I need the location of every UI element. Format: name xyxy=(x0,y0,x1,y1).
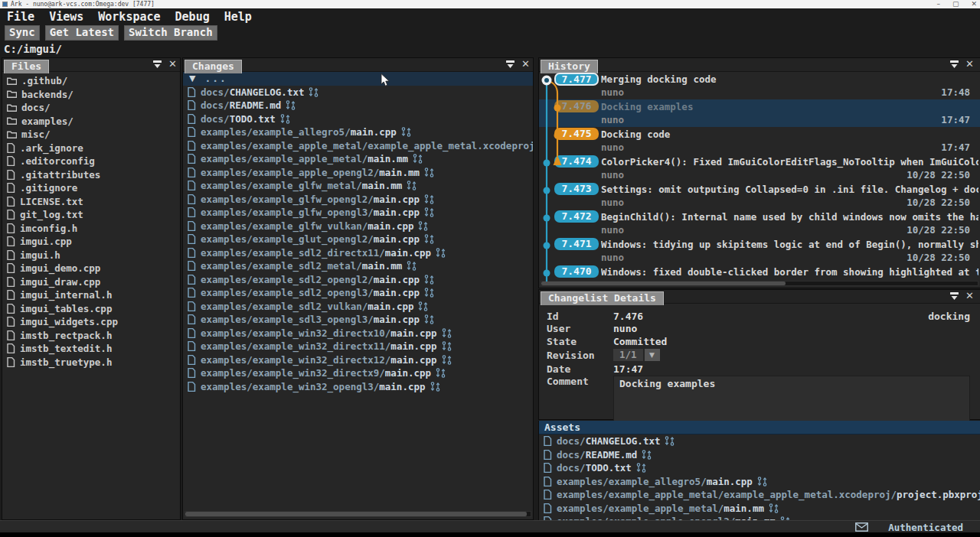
history-row[interactable]: 7.473 Settings: omit outputing Collapsed… xyxy=(539,182,980,210)
changed-file-row[interactable]: examples/example_glut_opengl2/main.cpp xyxy=(183,233,533,246)
menu-item[interactable]: Workspace xyxy=(98,10,160,24)
toolbar-button[interactable]: Switch Branch xyxy=(124,25,217,41)
files-panel: Files ✕ .github/ backends/ xyxy=(2,57,181,520)
file-list-item[interactable]: .gitattributes xyxy=(2,168,180,182)
close-icon[interactable]: ✕ xyxy=(965,59,974,70)
file-dir: examples/example_win32_directx9/ xyxy=(201,367,385,379)
file-list-item[interactable]: git_log.txt xyxy=(2,208,180,222)
file-list-item[interactable]: .editorconfig xyxy=(2,155,180,168)
filter-icon[interactable] xyxy=(949,291,959,301)
asset-file-row[interactable]: examples/example_apple_opengl2/main.mm xyxy=(539,515,980,520)
changed-file-row[interactable]: examples/example_apple_metal/main.mm xyxy=(183,152,533,166)
changelist-badge: 7.470 xyxy=(554,265,599,278)
file-list-item[interactable]: imgui_draw.cpp xyxy=(2,275,180,289)
file-list-item[interactable]: LICENSE.txt xyxy=(2,195,180,209)
file-list-item[interactable]: imconfig.h xyxy=(2,222,180,236)
file-icon xyxy=(7,330,15,340)
changed-file-row[interactable]: examples/example_sdl2_opengl2/main.cpp xyxy=(183,273,533,287)
history-row[interactable]: 7.472 BeginChild(): Internal name used b… xyxy=(539,210,980,237)
changed-file-row[interactable]: examples/example_win32_directx9/main.cpp xyxy=(183,366,533,380)
toolbar-button[interactable]: Get Latest xyxy=(45,25,119,41)
details-tabbar: Changelist Details ✕ xyxy=(539,290,980,304)
commit-title: Windows: tidying up skipitems logic at e… xyxy=(601,237,978,252)
history-row[interactable]: 7.477 Merging docking code nuno 17:48 xyxy=(539,72,980,99)
file-list-item[interactable]: .github/ xyxy=(2,74,180,88)
changed-file-row[interactable]: examples/example_glfw_opengl2/main.cpp xyxy=(183,193,533,207)
revision-dropdown[interactable]: ▼ xyxy=(645,349,660,361)
filter-icon[interactable] xyxy=(152,60,162,69)
changed-file-row[interactable]: examples/example_sdl2_metal/main.mm xyxy=(183,259,533,273)
changed-file-row[interactable]: examples/example_allegro5/main.cpp xyxy=(183,125,533,139)
menu-item[interactable]: Debug xyxy=(175,10,210,24)
asset-file-row[interactable]: docs/CHANGELOG.txt xyxy=(539,434,980,448)
comment-field[interactable]: Docking examples xyxy=(613,376,970,421)
close-button[interactable]: ✕ xyxy=(971,0,977,8)
file-name: misc/ xyxy=(21,129,51,140)
changed-file-row[interactable]: docs/TODO.txt xyxy=(183,112,533,126)
menu-item[interactable]: Views xyxy=(49,10,83,24)
minimize-button[interactable]: – xyxy=(936,0,940,8)
horizontal-scrollbar[interactable] xyxy=(541,281,978,286)
scrollbar-thumb[interactable] xyxy=(541,282,786,285)
file-list-item[interactable]: imgui_widgets.cpp xyxy=(2,315,180,329)
file-list-item[interactable]: imgui_tables.cpp xyxy=(2,302,180,316)
changed-file-row[interactable]: examples/example_win32_directx12/main.cp… xyxy=(183,353,533,367)
history-row[interactable]: 7.474 ColorPicker4(): Fixed ImGuiColorEd… xyxy=(539,155,980,182)
tab-changes[interactable]: Changes xyxy=(185,60,242,73)
history-row[interactable]: 7.470 Windows: fixed double-clicked bord… xyxy=(539,265,980,282)
changed-file-row[interactable]: examples/example_apple_metal/example_app… xyxy=(183,139,533,153)
file-list-item[interactable]: imgui_internal.h xyxy=(2,288,180,302)
changed-file-row[interactable]: examples/example_sdl2_directx11/main.cpp xyxy=(183,246,533,260)
close-icon[interactable]: ✕ xyxy=(965,291,974,301)
maximize-button[interactable]: ▢ xyxy=(952,0,959,8)
scrollbar-thumb[interactable] xyxy=(185,512,527,516)
tab-changelist-details[interactable]: Changelist Details xyxy=(541,291,664,305)
changed-file-row[interactable]: examples/example_win32_directx11/main.cp… xyxy=(183,340,533,353)
asset-file-row[interactable]: examples/example_apple_metal/main.mm xyxy=(539,502,980,516)
horizontal-scrollbar[interactable] xyxy=(185,511,531,517)
file-list-item[interactable]: .ark_ignore xyxy=(2,142,180,155)
assets-list: docs/CHANGELOG.txt docs/README.md docs/T… xyxy=(539,434,980,520)
changes-root-row[interactable]: ▼ ... xyxy=(183,72,533,86)
file-list-item[interactable]: imgui.cpp xyxy=(2,235,180,249)
close-icon[interactable]: ✕ xyxy=(521,59,530,70)
chevron-down-icon[interactable]: ▼ xyxy=(189,73,195,83)
changed-file-row[interactable]: docs/CHANGELOG.txt xyxy=(183,86,533,99)
file-list-item[interactable]: backends/ xyxy=(2,88,180,102)
file-list-item[interactable]: imstb_rectpack.h xyxy=(2,329,180,343)
changed-file-row[interactable]: docs/README.md xyxy=(183,99,533,112)
tab-files[interactable]: Files xyxy=(4,60,49,73)
changed-file-row[interactable]: examples/example_win32_opengl3/main.cpp xyxy=(183,380,533,394)
file-dir: examples/example_apple_metal/ xyxy=(201,153,368,164)
file-list-item[interactable]: docs/ xyxy=(2,101,180,115)
file-list-item[interactable]: imgui_demo.cpp xyxy=(2,262,180,275)
file-list-item[interactable]: examples/ xyxy=(2,115,180,129)
close-icon[interactable]: ✕ xyxy=(168,59,177,70)
changed-file-row[interactable]: examples/example_glfw_opengl3/main.cpp xyxy=(183,206,533,220)
file-list-item[interactable]: .gitignore xyxy=(2,181,180,195)
toolbar-button[interactable]: Sync xyxy=(5,25,40,41)
asset-file-row[interactable]: docs/README.md xyxy=(539,448,980,462)
changed-file-row[interactable]: examples/example_apple_opengl2/main.mm xyxy=(183,166,533,180)
changed-file-row[interactable]: examples/example_sdl2_vulkan/main.cpp xyxy=(183,300,533,314)
menu-item[interactable]: File xyxy=(7,10,34,24)
file-list-item[interactable]: imstb_truetype.h xyxy=(2,356,180,369)
changed-file-row[interactable]: examples/example_glfw_vulkan/main.cpp xyxy=(183,220,533,233)
file-list-item[interactable]: imstb_textedit.h xyxy=(2,342,180,356)
changed-file-row[interactable]: examples/example_sdl2_opengl3/main.cpp xyxy=(183,286,533,300)
file-list-item[interactable]: imgui.h xyxy=(2,249,180,262)
changed-file-row[interactable]: examples/example_win32_directx10/main.cp… xyxy=(183,327,533,340)
menu-item[interactable]: Help xyxy=(224,10,252,24)
asset-file-row[interactable]: docs/TODO.txt xyxy=(539,461,980,475)
asset-file-row[interactable]: examples/example_allegro5/main.cpp xyxy=(539,475,980,489)
asset-file-row[interactable]: examples/example_apple_metal/example_app… xyxy=(539,488,980,502)
file-icon xyxy=(188,382,196,392)
filter-icon[interactable] xyxy=(505,60,515,69)
history-row[interactable]: 7.471 Windows: tidying up skipitems logi… xyxy=(539,237,980,265)
history-row[interactable]: 7.475 Docking code nuno 17:47 xyxy=(539,127,980,155)
file-list-item[interactable]: misc/ xyxy=(2,128,180,142)
history-row[interactable]: 7.476 Docking examples nuno 17:47 xyxy=(539,99,980,127)
changed-file-row[interactable]: examples/example_sdl3_opengl3/main.cpp xyxy=(183,313,533,327)
changed-file-row[interactable]: examples/example_glfw_metal/main.mm xyxy=(183,179,533,193)
filter-icon[interactable] xyxy=(949,60,959,69)
